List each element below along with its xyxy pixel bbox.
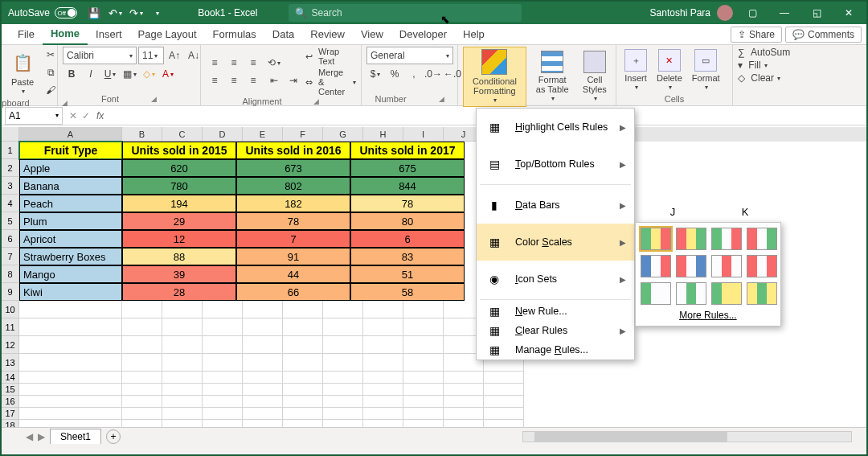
cell-empty[interactable] xyxy=(323,408,363,420)
cell-empty[interactable] xyxy=(363,354,403,372)
cell-empty[interactable] xyxy=(444,408,484,420)
row-header[interactable]: 5 xyxy=(2,212,19,230)
qat-customize-icon[interactable]: ▾ xyxy=(148,4,166,22)
sheet-nav-prev-icon[interactable]: ◀ xyxy=(26,431,33,442)
cell-empty[interactable] xyxy=(162,354,203,372)
name-box[interactable]: A1▾ xyxy=(5,107,63,125)
cell-empty[interactable] xyxy=(19,396,122,408)
cell-empty[interactable] xyxy=(363,318,403,336)
color-scale-option[interactable] xyxy=(711,282,742,305)
fill-button[interactable]: ▾ Fill▾ xyxy=(738,60,768,71)
cell-fruit[interactable]: Mango xyxy=(19,265,122,283)
number-format-dropdown[interactable]: General▾ xyxy=(366,47,453,64)
cell-value[interactable]: 44 xyxy=(236,265,350,283)
cell-value[interactable]: 12 xyxy=(122,230,236,248)
cell-value[interactable]: 28 xyxy=(122,283,236,301)
cell-empty[interactable] xyxy=(162,336,203,354)
menu-manage-rules[interactable]: ▦ Manage Rules... xyxy=(477,340,634,359)
autosum-button[interactable]: ∑ AutoSum xyxy=(738,47,790,58)
cell-value[interactable]: 802 xyxy=(236,177,350,195)
color-scale-option[interactable] xyxy=(676,255,706,277)
redo-icon[interactable]: ↷▾ xyxy=(127,4,145,22)
cell-empty[interactable] xyxy=(403,318,444,336)
cell-empty[interactable] xyxy=(203,354,243,372)
align-center-icon[interactable]: ≡ xyxy=(225,72,243,88)
row-header[interactable]: 3 xyxy=(2,177,19,195)
align-middle-icon[interactable]: ≡ xyxy=(225,55,243,71)
cell-empty[interactable] xyxy=(403,384,444,396)
cell-empty[interactable] xyxy=(283,301,323,318)
tab-view[interactable]: View xyxy=(353,24,391,45)
cell-empty[interactable] xyxy=(243,372,283,384)
column-header[interactable]: H xyxy=(363,127,403,142)
font-size-dropdown[interactable]: 11▾ xyxy=(138,47,164,64)
cell-header[interactable]: Units sold in 2017 xyxy=(350,142,465,159)
select-all-corner[interactable] xyxy=(2,127,19,142)
cell-empty[interactable] xyxy=(19,301,122,318)
color-scale-option[interactable] xyxy=(747,255,777,277)
row-header[interactable]: 17 xyxy=(2,408,19,420)
cell-empty[interactable] xyxy=(283,336,323,354)
menu-color-scales[interactable]: ▦ Color Scales ▶ xyxy=(477,224,634,261)
cell-empty[interactable] xyxy=(122,384,162,396)
color-scale-option[interactable] xyxy=(641,282,671,305)
cell-value[interactable]: 80 xyxy=(350,212,465,230)
cell-styles-button[interactable]: Cell Styles▾ xyxy=(579,49,611,105)
tab-insert[interactable]: Insert xyxy=(88,24,130,45)
bold-button[interactable]: B xyxy=(63,66,80,82)
cell-empty[interactable] xyxy=(403,408,444,420)
cell-empty[interactable] xyxy=(243,408,283,420)
cell-value[interactable]: 83 xyxy=(350,248,465,265)
cell-empty[interactable] xyxy=(403,354,444,372)
align-right-icon[interactable]: ≡ xyxy=(244,72,262,88)
tab-formulas[interactable]: Formulas xyxy=(205,24,264,45)
cell-empty[interactable] xyxy=(19,408,122,420)
cell-value[interactable]: 78 xyxy=(350,195,465,212)
cell-empty[interactable] xyxy=(283,318,323,336)
cell-empty[interactable] xyxy=(323,336,363,354)
align-top-icon[interactable]: ≡ xyxy=(206,55,223,71)
cell-value[interactable]: 675 xyxy=(350,159,465,177)
row-header[interactable]: 16 xyxy=(2,396,19,408)
align-bottom-icon[interactable]: ≡ xyxy=(244,55,262,71)
row-header[interactable]: 7 xyxy=(2,248,19,265)
conditional-formatting-button[interactable]: Conditional Formatting▾ xyxy=(463,47,526,107)
cell-empty[interactable] xyxy=(19,372,122,384)
cell-empty[interactable] xyxy=(203,396,243,408)
cell-empty[interactable] xyxy=(122,336,162,354)
cancel-formula-icon[interactable]: ✕ xyxy=(69,110,77,121)
sheet-tab[interactable]: Sheet1 xyxy=(50,429,101,444)
cell-empty[interactable] xyxy=(444,384,484,396)
copy-icon[interactable]: ⧉ xyxy=(42,64,59,80)
font-color-button[interactable]: A▾ xyxy=(159,66,177,82)
cell-fruit[interactable]: Apple xyxy=(19,159,122,177)
cell-header[interactable]: Units sold in 2015 xyxy=(122,142,236,159)
format-as-table-button[interactable]: Format as Table▾ xyxy=(530,49,575,105)
cell-value[interactable]: 780 xyxy=(122,177,236,195)
cell-empty[interactable] xyxy=(162,301,203,318)
cell-value[interactable]: 844 xyxy=(350,177,465,195)
font-name-dropdown[interactable]: Calibri▾ xyxy=(63,47,137,64)
tab-review[interactable]: Review xyxy=(302,24,353,45)
cell-empty[interactable] xyxy=(323,372,363,384)
increase-font-icon[interactable]: A↑ xyxy=(166,47,183,64)
horizontal-scrollbar[interactable] xyxy=(522,431,852,442)
cell-empty[interactable] xyxy=(363,408,403,420)
row-header[interactable]: 9 xyxy=(2,283,19,301)
cell-empty[interactable] xyxy=(162,384,203,396)
fx-icon[interactable]: fx xyxy=(96,110,108,121)
fill-color-button[interactable]: ◇▾ xyxy=(140,66,158,82)
comments-button[interactable]: 💬Comments xyxy=(785,27,862,43)
column-header[interactable]: C xyxy=(162,127,203,142)
save-icon[interactable]: 💾 xyxy=(85,4,103,22)
cell-empty[interactable] xyxy=(283,354,323,372)
cell-empty[interactable] xyxy=(122,408,162,420)
wrap-text-button[interactable]: ↩ Wrap Text xyxy=(305,47,356,66)
color-scale-option[interactable] xyxy=(676,228,706,250)
cell-value[interactable]: 91 xyxy=(236,248,350,265)
cell-empty[interactable] xyxy=(162,408,203,420)
cell-empty[interactable] xyxy=(203,408,243,420)
row-header[interactable]: 10 xyxy=(2,301,19,318)
cell-empty[interactable] xyxy=(243,384,283,396)
cell-empty[interactable] xyxy=(162,372,203,384)
